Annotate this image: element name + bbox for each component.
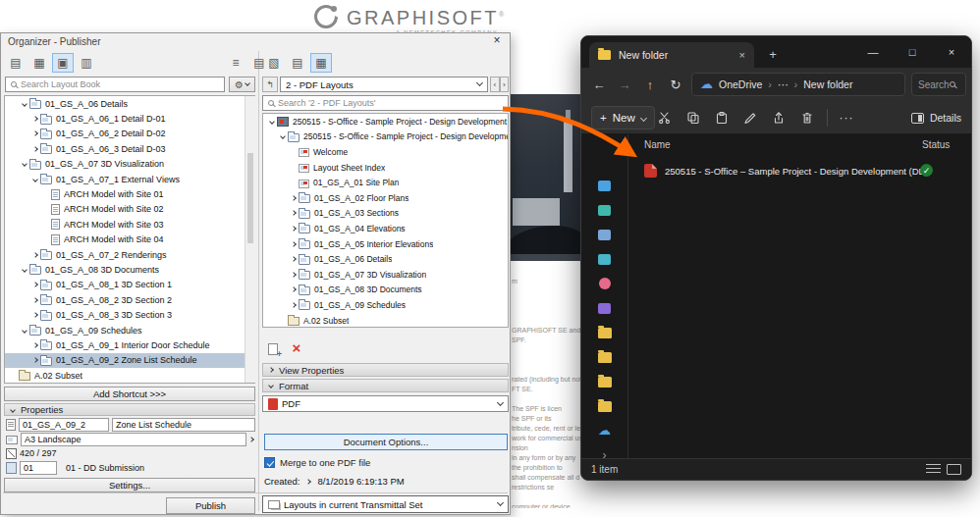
expander-icon[interactable] <box>266 120 277 124</box>
expander-icon[interactable] <box>29 147 40 151</box>
new-tab-button[interactable]: + <box>764 45 782 63</box>
project-map-icon[interactable]: ▤ <box>287 53 308 73</box>
expander-icon[interactable] <box>29 131 40 135</box>
item-id-field[interactable]: 01_GS_A_09_2 <box>19 418 109 432</box>
tree-item[interactable]: 01_GS_A_06_2 Detail D-02 <box>5 127 254 141</box>
tree-item[interactable]: 01_GS_A_06 Details <box>5 96 254 111</box>
tree-item[interactable]: A.02 Subset <box>5 368 254 383</box>
breadcrumb-ellipsis[interactable]: ⋯ <box>778 78 789 90</box>
search-input[interactable]: Search Layout Book <box>5 77 225 92</box>
large-icons-view-icon[interactable] <box>947 464 961 475</box>
tree-item[interactable]: 01_GS_A_08_3 3D Section 3 <box>5 307 254 322</box>
address-bar[interactable]: ☁ OneDrive › ⋯ › New folder <box>691 73 905 96</box>
tree-item[interactable]: ARCH Model with Site 02 <box>5 202 254 217</box>
tab-close-icon[interactable]: × <box>739 49 745 61</box>
expander-icon[interactable] <box>29 117 40 121</box>
merge-to-one-pdf-checkbox[interactable] <box>264 457 275 468</box>
tree-item[interactable]: 01_GS_A_09_2 Zone List Schedule <box>5 353 254 368</box>
layout-book-icon[interactable]: ▣ <box>52 53 74 73</box>
expander-icon[interactable] <box>29 358 40 362</box>
publish-button[interactable]: Publish <box>166 497 255 514</box>
videos-icon[interactable] <box>598 302 611 314</box>
prev-set-button[interactable]: ‹ <box>490 77 500 92</box>
layout-grid-icon[interactable]: ▦ <box>28 53 50 73</box>
back-button[interactable]: ← <box>587 73 611 96</box>
revision-id-field[interactable]: 01 <box>20 461 57 475</box>
expander-icon[interactable] <box>19 268 29 272</box>
tree-item[interactable]: 01_GS_A_03 Sections <box>263 206 508 222</box>
breadcrumb-current[interactable]: New folder <box>803 78 852 90</box>
rename-icon[interactable] <box>737 106 763 129</box>
tree-item[interactable]: 01_GS_A_06_1 Detail D-01 <box>5 111 254 126</box>
tree-item[interactable]: Welcome <box>263 144 508 160</box>
format-section-header[interactable]: Format <box>262 379 509 392</box>
next-set-button[interactable]: › <box>500 77 510 92</box>
layout-format-field[interactable]: A3 Landscape <box>21 433 246 446</box>
minimize-button[interactable]: — <box>853 36 893 68</box>
format-dropdown[interactable]: PDF <box>262 395 509 412</box>
paste-icon[interactable] <box>709 106 735 129</box>
breadcrumb-root[interactable]: OneDrive <box>719 78 762 90</box>
share-icon[interactable] <box>766 106 791 129</box>
expander-icon[interactable] <box>288 287 299 291</box>
expander-icon[interactable] <box>29 343 40 347</box>
tree-item[interactable]: 01_GS_A_08 3D Documents <box>263 283 508 298</box>
expander-icon[interactable] <box>19 102 29 106</box>
downloads-icon[interactable] <box>598 204 611 216</box>
expander-icon[interactable] <box>19 329 29 333</box>
expander-icon[interactable] <box>288 242 299 246</box>
tree-item[interactable]: A.02 Subset <box>263 313 508 328</box>
tree-item[interactable]: 01_GS_A_04 Elevations <box>263 221 508 236</box>
menu-icon[interactable]: ≡ <box>225 53 246 73</box>
folder-4-icon[interactable] <box>598 400 612 412</box>
tree-item[interactable]: 01_GS_A_07 3D Visualization <box>5 157 254 172</box>
desktop-icon[interactable] <box>598 180 611 191</box>
settings-button[interactable]: Settings... <box>4 478 255 492</box>
status-column-header[interactable]: Status <box>922 139 950 150</box>
settings-gear-button[interactable]: ⚙ <box>229 77 255 92</box>
tree-item[interactable]: 01_GS_A_07_2 Renderings <box>5 247 254 262</box>
folder-3-icon[interactable] <box>598 376 612 388</box>
more-options-button[interactable]: ··· <box>835 111 858 125</box>
details-button[interactable]: Details <box>911 106 961 129</box>
expander-icon[interactable] <box>19 162 29 166</box>
expander-icon[interactable] <box>29 283 40 286</box>
close-icon[interactable]: × <box>489 34 505 48</box>
maximize-button[interactable]: □ <box>893 36 932 68</box>
delete-icon[interactable] <box>794 106 820 129</box>
tree-item[interactable]: 01_GS_A_05 Interior Elevations <box>263 236 508 252</box>
tree-item[interactable]: 01_GS_A_07_1 External Views <box>5 172 254 186</box>
item-name-field[interactable]: Zone List Schedule <box>112 418 255 432</box>
expander-icon[interactable] <box>29 253 40 257</box>
delete-item-button[interactable]: × <box>287 339 306 357</box>
tree-item[interactable]: 01_GS_A_07 3D Visualization <box>263 267 508 283</box>
details-view-icon[interactable] <box>926 464 941 475</box>
refresh-button[interactable]: ↻ <box>664 73 687 96</box>
search-input[interactable]: Search '2 - PDF Layouts' <box>262 95 509 111</box>
folder-2-icon[interactable] <box>598 351 612 363</box>
publisher-set-dropdown[interactable]: 2 - PDF Layouts <box>280 77 488 92</box>
expander-icon[interactable] <box>288 257 299 261</box>
onedrive-icon[interactable]: ☁ <box>598 425 611 437</box>
tree-item[interactable]: 01_GS_A_08_2 3D Section 2 <box>5 292 254 307</box>
cut-icon[interactable] <box>652 106 678 129</box>
document-options-button[interactable]: Document Options... <box>264 434 508 450</box>
pictures-icon[interactable] <box>598 253 611 265</box>
publish-scope-dropdown[interactable]: Layouts in current Transmittal Set <box>262 495 509 513</box>
tree-item[interactable]: 01_GS_A_09 Schedules <box>263 297 508 313</box>
new-publisher-item-button[interactable] <box>263 341 283 357</box>
tree-item[interactable]: 01_GS_A_06_3 Detail D-03 <box>5 141 254 156</box>
tree-item[interactable]: 01_GS_A_01 Site Plan <box>263 175 508 190</box>
copy-icon[interactable] <box>681 106 706 129</box>
publisher-sets-icon[interactable]: ▦ <box>310 53 332 73</box>
explorer-search-input[interactable]: Search <box>911 73 966 96</box>
close-button[interactable]: × <box>932 36 971 68</box>
up-button[interactable]: ↑ <box>638 73 662 96</box>
expander-icon[interactable] <box>288 211 299 215</box>
tree-item[interactable]: ARCH Model with Site 01 <box>5 186 254 201</box>
tree-item[interactable]: 01_GS_A_08_1 3D Section 1 <box>5 278 254 292</box>
expander-icon[interactable] <box>29 313 40 317</box>
new-button[interactable]: + New <box>591 106 655 129</box>
documents-icon[interactable] <box>598 229 611 240</box>
tree-item[interactable]: 250515 - S-Office - Sample Project - Des… <box>263 114 508 129</box>
